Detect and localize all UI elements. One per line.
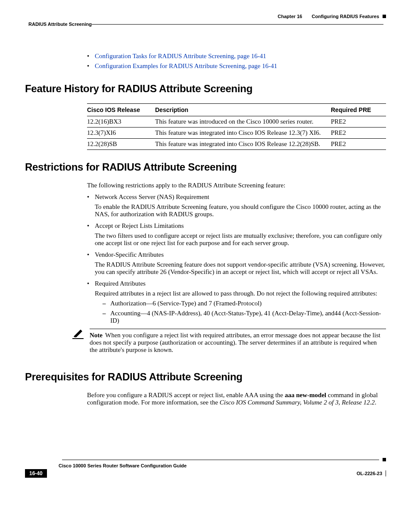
restriction-body: The two filters used to configure accept… bbox=[95, 232, 386, 247]
toc-link[interactable]: Configuration Tasks for RADIUS Attribute… bbox=[95, 53, 266, 59]
cell-release: 12.2(28)SB bbox=[87, 139, 155, 150]
section-heading-feature-history: Feature History for RADIUS Attribute Scr… bbox=[25, 83, 386, 95]
restrictions-list: Network Access Server (NAS) Requirement … bbox=[87, 193, 386, 324]
th-description: Description bbox=[155, 104, 331, 116]
table-row: 12.2(16)BX3 This feature was introduced … bbox=[87, 116, 386, 128]
table-row: 12.3(7)XI6 This feature was integrated i… bbox=[87, 128, 386, 139]
feature-history-table: Cisco IOS Release Description Required P… bbox=[87, 103, 386, 150]
cell-release: 12.2(16)BX3 bbox=[87, 116, 155, 128]
restriction-head: Vendor-Specific Attributes bbox=[95, 251, 164, 258]
cell-desc: This feature was integrated into Cisco I… bbox=[155, 139, 331, 150]
restriction-sub: Accounting—4 (NAS-IP-Address), 40 (Acct-… bbox=[103, 310, 386, 324]
cell-desc: This feature was introduced on the Cisco… bbox=[155, 116, 331, 128]
restriction-body: Required attributes in a reject list are… bbox=[95, 290, 386, 297]
note-block: NoteWhen you configure a reject list wit… bbox=[72, 329, 386, 354]
section-heading-prerequisites: Prerequisites for RADIUS Attribute Scree… bbox=[25, 371, 386, 383]
restriction-head: Required Attributes bbox=[95, 280, 146, 287]
th-required-pre: Required PRE bbox=[331, 104, 386, 116]
page: Chapter 16 Configuring RADIUS Features R… bbox=[0, 0, 411, 486]
page-header: Chapter 16 Configuring RADIUS Features bbox=[25, 14, 386, 19]
page-footer: Cisco 10000 Series Router Software Confi… bbox=[25, 458, 386, 478]
note-label: Note bbox=[90, 332, 103, 339]
chapter-label: Chapter 16 bbox=[278, 14, 302, 19]
note-text: When you configure a reject list with re… bbox=[90, 332, 380, 353]
table-row: 12.2(28)SB This feature was integrated i… bbox=[87, 139, 386, 150]
header-row2: RADIUS Attribute Screening bbox=[25, 22, 386, 27]
doc-id: OL-2226-23 bbox=[357, 471, 382, 476]
restriction-sub: Authorization—6 (Service-Type) and 7 (Fr… bbox=[103, 300, 386, 307]
cell-pre: PRE2 bbox=[331, 116, 386, 128]
chapter-title: Configuring RADIUS Features bbox=[312, 14, 379, 19]
restrictions-intro: The following restrictions apply to the … bbox=[87, 182, 386, 189]
toc-link[interactable]: Configuration Examples for RADIUS Attrib… bbox=[95, 62, 277, 69]
prereq-text: Before you configure a RADIUS accept or … bbox=[87, 392, 285, 398]
prereq-command: aaa new-model bbox=[285, 392, 326, 398]
prereq-text: . bbox=[375, 399, 377, 406]
cell-pre: PRE2 bbox=[331, 128, 386, 139]
prereq-reference: Cisco IOS Command Summary, Volume 2 of 3… bbox=[220, 399, 375, 406]
restriction-body: To enable the RADIUS Attribute Screening… bbox=[95, 203, 386, 218]
restriction-head: Accept or Reject Lists Limitations bbox=[95, 222, 184, 229]
cell-pre: PRE2 bbox=[331, 139, 386, 150]
toc-links-block: Configuration Tasks for RADIUS Attribute… bbox=[87, 53, 386, 70]
cell-release: 12.3(7)XI6 bbox=[87, 128, 155, 139]
footer-marker bbox=[383, 458, 386, 461]
cell-desc: This feature was integrated into Cisco I… bbox=[155, 128, 331, 139]
th-release: Cisco IOS Release bbox=[87, 104, 155, 116]
header-marker bbox=[383, 15, 386, 18]
section-heading-restrictions: Restrictions for RADIUS Attribute Screen… bbox=[25, 161, 386, 173]
note-pencil-icon bbox=[72, 329, 84, 354]
page-number-badge: 16-40 bbox=[25, 469, 47, 478]
restriction-head: Network Access Server (NAS) Requirement bbox=[95, 193, 209, 200]
footer-book-title: Cisco 10000 Series Router Software Confi… bbox=[59, 463, 386, 468]
breadcrumb: RADIUS Attribute Screening bbox=[28, 22, 92, 27]
restriction-body: The RADIUS Attribute Screening feature d… bbox=[95, 261, 386, 276]
prereq-paragraph: Before you configure a RADIUS accept or … bbox=[87, 392, 386, 406]
